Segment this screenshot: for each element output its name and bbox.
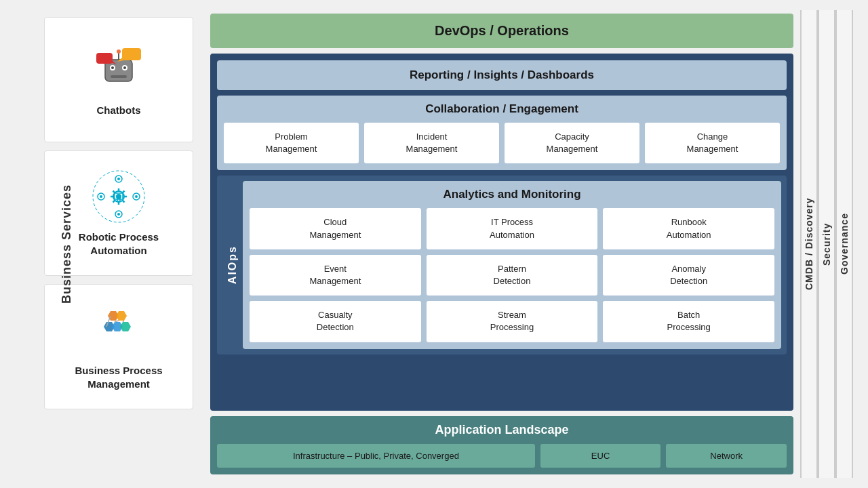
svg-rect-10 [96,53,113,64]
app-landscape-section: Application Landscape Infrastructure – P… [210,416,793,474]
incident-mgmt-label: IncidentManagement [406,131,458,154]
it-process-card: IT ProcessAutomation [427,208,598,249]
governance-label: Governance [835,10,853,478]
anomaly-detection-card: AnomalyDetection [603,255,774,296]
svg-line-19 [113,191,115,193]
problem-mgmt-label: ProblemManagement [266,131,317,154]
capacity-management-card: CapacityManagement [505,123,639,163]
capacity-mgmt-label: CapacityManagement [547,131,598,154]
aiops-label: AIOps [222,181,243,348]
infrastructure-label: Infrastructure – Public, Private, Conver… [293,451,459,461]
svg-rect-5 [111,75,127,78]
svg-point-26 [117,213,120,216]
analytics-title: Analytics and Monitoring [250,188,774,201]
collab-cards: ProblemManagement IncidentManagement Cap… [224,123,780,163]
security-label: Security [818,10,835,478]
right-sidebars: CMDB / Discovery Security Governance [800,10,854,478]
svg-point-7 [117,49,121,54]
svg-point-28 [100,195,102,198]
main-blue-container: Reporting / Insights / Dashboards Collab… [210,54,793,411]
svg-line-21 [123,191,125,193]
devops-bar: DevOps / Operations [210,14,793,48]
svg-point-30 [135,195,138,198]
center-content: DevOps / Operations Reporting / Insights… [203,10,800,478]
svg-rect-8 [122,48,141,60]
svg-point-3 [111,66,114,69]
rpa-label: Robotic Process Automation [55,230,182,257]
svg-line-22 [113,201,115,203]
bpm-icon [92,303,146,357]
collab-title: Collaboration / Engagement [224,102,780,116]
casualty-detection-card: CasualtyDetection [250,301,421,342]
cmdb-discovery-label: CMDB / Discovery [800,10,818,478]
svg-line-20 [123,201,125,203]
aiops-wrapper: AIOps Analytics and Monitoring CloudMana… [217,176,787,354]
analytics-section: Analytics and Monitoring CloudManagement… [243,181,781,348]
devops-label: DevOps / Operations [435,23,569,38]
change-management-card: ChangeManagement [645,123,780,163]
svg-point-14 [116,194,121,199]
infrastructure-item: Infrastructure – Public, Private, Conver… [217,444,535,468]
batch-processing-card: BatchProcessing [603,301,774,342]
euc-item: EUC [540,444,661,468]
cloud-management-card: CloudManagement [250,208,421,249]
collaboration-section: Collaboration / Engagement ProblemManage… [217,96,787,170]
main-container: Business Services [14,10,854,478]
svg-point-24 [117,178,120,180]
network-item: Network [666,444,787,468]
chatbots-card: Chatbots [44,17,193,142]
stream-processing-card: StreamProcessing [427,301,598,342]
chatbot-icon [92,43,146,97]
reporting-bar: Reporting / Insights / Dashboards [217,60,787,90]
svg-marker-39 [120,322,131,331]
event-management-card: EventManagement [250,255,421,296]
analytics-grid: CloudManagement IT ProcessAutomation Run… [250,208,774,342]
svg-point-4 [123,66,126,69]
chatbots-label: Chatbots [97,104,141,117]
problem-management-card: ProblemManagement [224,123,359,163]
bpm-label: Business Process Management [55,364,182,390]
rpa-icon [92,169,146,224]
pattern-detection-card: PatternDetection [427,255,598,296]
reporting-label: Reporting / Insights / Dashboards [410,68,594,81]
svg-marker-36 [116,311,127,321]
change-mgmt-label: ChangeManagement [687,131,738,154]
app-landscape-title: Application Landscape [217,423,787,437]
runbook-card: RunbookAutomation [603,208,774,249]
svg-line-41 [115,321,119,322]
left-sidebar: Business Services [14,10,203,478]
network-label: Network [710,451,743,461]
euc-label: EUC [591,451,610,461]
business-services-label: Business Services [60,184,74,304]
incident-management-card: IncidentManagement [364,123,499,163]
app-landscape-items: Infrastructure – Public, Private, Conver… [217,444,787,468]
svg-line-42 [123,321,124,322]
